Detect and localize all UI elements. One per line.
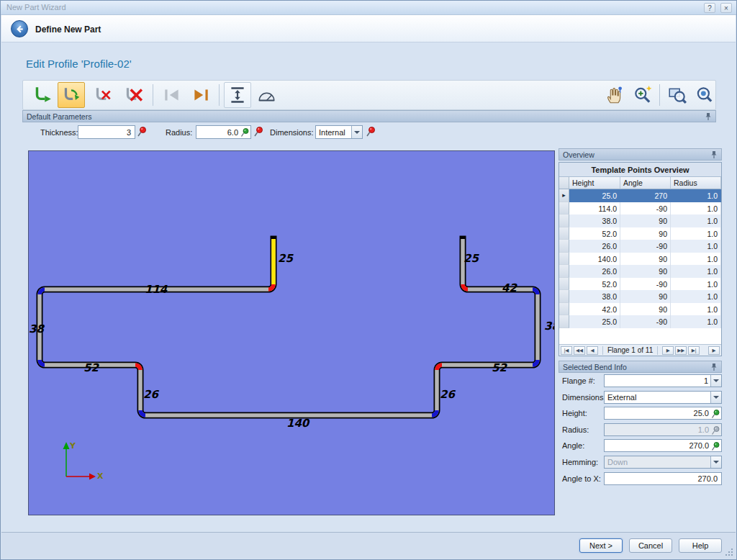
height-dimension-button[interactable]: [224, 82, 251, 108]
cell-height[interactable]: 114.0: [569, 202, 620, 215]
cell-height[interactable]: 38.0: [569, 290, 620, 303]
column-header-angle[interactable]: Angle: [620, 177, 671, 189]
cell-height[interactable]: 52.0: [569, 227, 620, 240]
pin-panel-icon[interactable]: [710, 363, 718, 371]
next-button[interactable]: Next >: [579, 538, 623, 553]
radius-green-pin-icon[interactable]: [240, 127, 249, 137]
cell-angle[interactable]: 90: [620, 290, 671, 303]
angle-to-x-label: Angle to X:: [562, 474, 601, 483]
window-help-button[interactable]: ?: [704, 3, 715, 13]
dimensions-dropdown[interactable]: Internal: [315, 125, 363, 139]
cell-angle[interactable]: 90: [620, 214, 671, 227]
cell-height[interactable]: 26.0: [569, 265, 620, 278]
height-input[interactable]: 25.0: [604, 407, 722, 420]
cell-height[interactable]: 42.0: [569, 303, 620, 316]
cell-height[interactable]: 26.0: [569, 240, 620, 253]
nav-next-button[interactable]: ▶: [662, 346, 674, 355]
help-button[interactable]: Help: [679, 538, 722, 553]
table-row[interactable]: 52.0 90 1.0: [559, 227, 721, 240]
table-row[interactable]: 114.0 -90 1.0: [559, 202, 721, 215]
nav-last-button[interactable]: ▶|: [688, 346, 700, 355]
table-row[interactable]: 25.0 -90 1.0: [559, 315, 721, 328]
cell-angle[interactable]: 270: [620, 189, 671, 202]
profile-canvas[interactable]: 25 114 38 52 26 140 26 52 42 25 38 Y X: [28, 150, 555, 515]
angle-green-pin-icon[interactable]: [711, 441, 720, 451]
cell-angle[interactable]: -90: [620, 202, 671, 215]
cell-height[interactable]: 140.0: [569, 253, 620, 266]
cell-radius[interactable]: 1.0: [671, 278, 721, 291]
cell-radius[interactable]: 1.0: [671, 189, 721, 202]
bend-arcs-red[interactable]: [135, 284, 468, 370]
pan-button[interactable]: [600, 82, 628, 108]
cell-radius[interactable]: 1.0: [671, 240, 721, 253]
bend-dimensions-dropdown[interactable]: External: [604, 391, 722, 404]
bend-info-panel-header[interactable]: Selected Bend Info: [559, 361, 722, 373]
cell-angle[interactable]: 90: [620, 227, 671, 240]
table-row[interactable]: 140.0 90 1.0: [559, 253, 721, 266]
table-row-selected[interactable]: ▸ 25.0 270 1.0: [559, 189, 721, 202]
nav-first-button[interactable]: |◀: [561, 346, 572, 355]
table-row[interactable]: 26.0 -90 1.0: [559, 240, 721, 253]
table-row[interactable]: 26.0 90 1.0: [559, 265, 721, 278]
cell-radius[interactable]: 1.0: [671, 227, 721, 240]
column-header-radius[interactable]: Radius: [671, 177, 721, 189]
cell-height[interactable]: 38.0: [569, 214, 620, 227]
cell-radius[interactable]: 1.0: [671, 253, 721, 266]
nav-prev-page-button[interactable]: ◀◀: [574, 346, 585, 355]
cell-angle[interactable]: 90: [620, 303, 671, 316]
thickness-pushpin-icon[interactable]: [137, 126, 147, 137]
next-flange-button[interactable]: [187, 82, 214, 108]
cell-angle[interactable]: -90: [620, 278, 671, 291]
angle-input[interactable]: 270.0: [604, 439, 722, 452]
dimensions-pushpin-icon[interactable]: [366, 126, 376, 137]
thickness-input[interactable]: 3: [78, 125, 135, 139]
cell-radius[interactable]: 1.0: [671, 214, 721, 227]
cell-height[interactable]: 52.0: [569, 278, 620, 291]
window-close-button[interactable]: ×: [720, 3, 732, 13]
nav-next-page-button[interactable]: ▶▶: [675, 346, 687, 355]
add-flange-button[interactable]: [29, 82, 56, 108]
radius-pushpin-icon[interactable]: [253, 126, 263, 137]
cell-radius[interactable]: 1.0: [671, 315, 721, 328]
cell-radius[interactable]: 1.0: [671, 265, 721, 278]
edit-flange-button[interactable]: [58, 82, 85, 108]
pin-panel-icon[interactable]: [705, 112, 712, 121]
zoom-in-button[interactable]: [629, 82, 656, 108]
pin-panel-icon[interactable]: [710, 150, 718, 159]
column-header-height[interactable]: Height: [569, 177, 620, 189]
cell-radius[interactable]: 1.0: [671, 290, 721, 303]
title-bar[interactable]: New Part Wizard ? ×: [1, 1, 736, 15]
overview-panel-header[interactable]: Overview: [559, 148, 722, 161]
cell-radius[interactable]: 1.0: [671, 202, 721, 215]
flange-number-dropdown[interactable]: 1: [604, 374, 722, 387]
cell-height[interactable]: 25.0: [569, 189, 620, 202]
resize-grip[interactable]: [725, 548, 733, 556]
height-green-pin-icon[interactable]: [711, 409, 720, 419]
cell-height[interactable]: 25.0: [569, 315, 620, 328]
nav-scroll-right-button[interactable]: ▶: [708, 346, 720, 355]
bend-arcs-blue[interactable]: [40, 289, 538, 415]
back-button[interactable]: [11, 20, 28, 37]
cell-angle[interactable]: 90: [620, 253, 671, 266]
table-row[interactable]: 38.0 90 1.0: [559, 290, 721, 303]
table-row[interactable]: 52.0 -90 1.0: [559, 278, 721, 291]
angle-to-x-input[interactable]: 270.0: [604, 472, 722, 485]
angle-dimension-button[interactable]: [253, 82, 280, 108]
dropdown-arrow-icon[interactable]: [710, 392, 721, 403]
cell-angle[interactable]: -90: [620, 315, 671, 328]
zoom-extents-button[interactable]: [691, 82, 718, 108]
default-parameters-header[interactable]: Default Parameters: [22, 110, 716, 122]
cell-angle[interactable]: 90: [620, 265, 671, 278]
table-row[interactable]: 42.0 90 1.0: [559, 303, 721, 316]
cell-angle[interactable]: -90: [620, 240, 671, 253]
cancel-button[interactable]: Cancel: [629, 538, 672, 553]
dropdown-arrow-icon[interactable]: [710, 375, 721, 387]
zoom-window-button[interactable]: [664, 82, 691, 108]
radius-input[interactable]: 6.0: [196, 125, 251, 139]
delete-all-flanges-button[interactable]: [119, 82, 147, 108]
table-row[interactable]: 38.0 90 1.0: [559, 214, 721, 227]
cell-radius[interactable]: 1.0: [671, 303, 721, 316]
dropdown-arrow-icon[interactable]: [351, 126, 362, 138]
nav-prev-button[interactable]: ◀: [587, 346, 598, 355]
delete-flange-button[interactable]: [89, 82, 117, 108]
